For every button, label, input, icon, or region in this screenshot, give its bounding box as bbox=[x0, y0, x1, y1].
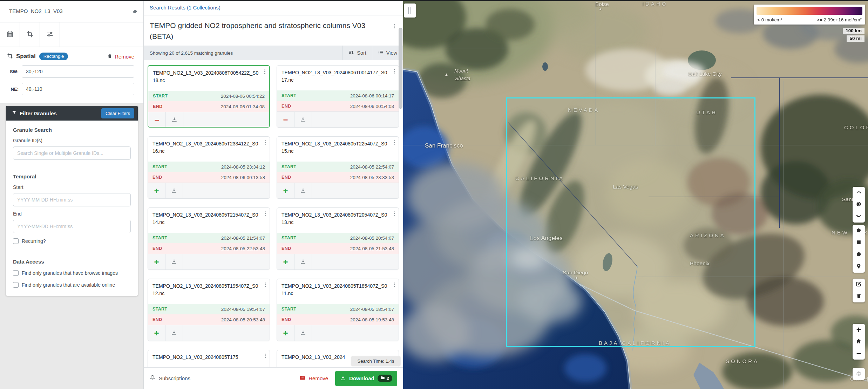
delete-shape-button[interactable] bbox=[853, 291, 865, 302]
zoom-in-button[interactable]: + bbox=[853, 324, 865, 336]
ne-coordinate-input[interactable] bbox=[22, 83, 134, 95]
geographic-projection-button[interactable] bbox=[853, 199, 865, 211]
granule-id-label: Granule ID(s) bbox=[13, 138, 131, 143]
temporal-end-label: End bbox=[13, 211, 131, 217]
draw-point-button[interactable] bbox=[853, 261, 865, 273]
trash-icon bbox=[107, 53, 113, 60]
draw-polygon-button[interactable] bbox=[853, 225, 865, 237]
data-access-section: Data Access Find only granules that have… bbox=[6, 252, 138, 296]
download-granule-button[interactable] bbox=[294, 112, 312, 128]
download-icon bbox=[340, 375, 346, 382]
search-sidebar: Spatial Rectangle Remove SW: NE: bbox=[0, 0, 144, 389]
collection-search-input[interactable] bbox=[9, 8, 131, 14]
download-granule-button[interactable] bbox=[294, 325, 312, 341]
globe-projection-icon bbox=[856, 201, 862, 208]
kebab-icon bbox=[391, 25, 397, 30]
advanced-search-button[interactable] bbox=[40, 22, 60, 47]
granule-menu-button[interactable] bbox=[391, 211, 397, 218]
clear-search-button[interactable] bbox=[131, 7, 138, 15]
draw-rectangle-button[interactable] bbox=[853, 237, 865, 249]
north-polar-projection-button[interactable] bbox=[853, 187, 865, 199]
granule-card[interactable]: TEMPO_NO2_L3_V03_20240805T185407Z_S011.n… bbox=[277, 279, 399, 341]
add-granule-button[interactable]: + bbox=[277, 183, 294, 199]
available-online-checkbox[interactable] bbox=[13, 282, 19, 288]
granule-menu-button[interactable] bbox=[391, 139, 397, 146]
download-granule-button[interactable] bbox=[294, 254, 312, 270]
filter-granules-title: Filter Granules bbox=[20, 110, 57, 116]
panel-resize-handle[interactable] bbox=[404, 4, 416, 18]
download-all-button[interactable]: Download 2 bbox=[335, 371, 397, 386]
add-granule-button[interactable]: + bbox=[148, 183, 165, 199]
draw-circle-button[interactable] bbox=[853, 249, 865, 261]
south-polar-projection-button[interactable] bbox=[853, 211, 865, 223]
crop-icon bbox=[7, 53, 13, 60]
granule-menu-button[interactable] bbox=[262, 282, 268, 289]
granule-card[interactable]: TEMPO_NO2_L3_V03_20240805T195407Z_S012.n… bbox=[148, 279, 270, 341]
collection-menu-button[interactable] bbox=[391, 23, 397, 30]
granule-id-input[interactable] bbox=[13, 146, 131, 160]
download-granule-button[interactable] bbox=[165, 183, 183, 199]
zoom-controls: + − bbox=[853, 324, 865, 360]
granule-card[interactable]: TEMPO_NO2_L3_V03_20240805T215407Z_S014.n… bbox=[148, 207, 270, 270]
recurring-checkbox[interactable] bbox=[13, 238, 19, 244]
download-granule-button[interactable] bbox=[166, 112, 183, 128]
add-granule-button[interactable]: + bbox=[277, 254, 294, 270]
spatial-selection-rectangle[interactable] bbox=[506, 97, 755, 347]
sort-icon bbox=[348, 50, 354, 56]
granule-menu-button[interactable] bbox=[262, 69, 268, 76]
spatial-filter-button[interactable] bbox=[20, 22, 40, 47]
download-granule-button[interactable] bbox=[294, 183, 312, 199]
edit-shape-button[interactable] bbox=[853, 279, 865, 291]
north-projection-icon bbox=[856, 189, 862, 196]
granule-menu-button[interactable] bbox=[262, 211, 268, 218]
folder-minus-icon bbox=[299, 375, 306, 382]
mountain-marker: ▲ bbox=[445, 72, 448, 76]
map-view[interactable]: Boise IDAHO ▲ Mount Shasta Salt Lake Cit… bbox=[403, 0, 868, 389]
filter-granules-header: Filter Granules Clear Filters bbox=[6, 106, 138, 121]
granule-menu-button[interactable] bbox=[262, 353, 268, 360]
granule-card[interactable]: TEMPO_NO2_L3_V03_20240805T175 bbox=[148, 350, 270, 367]
temporal-filter-button[interactable] bbox=[0, 22, 20, 47]
granule-card[interactable]: TEMPO_NO2_L3_V03_20240805T233412Z_S016.n… bbox=[148, 136, 270, 199]
subscriptions-button[interactable]: Subscriptions bbox=[149, 375, 190, 382]
search-results-link[interactable]: Search Results (1 Collections) bbox=[150, 5, 221, 11]
add-granule-button[interactable]: + bbox=[277, 325, 294, 341]
circle-draw-icon bbox=[856, 251, 862, 258]
download-granule-button[interactable] bbox=[165, 254, 183, 270]
collection-title-block: TEMPO gridded NO2 tropospheric and strat… bbox=[144, 15, 403, 46]
zoom-out-button[interactable]: − bbox=[853, 348, 865, 360]
granule-card[interactable]: TEMPO_NO2_L3_V03_20240805T205407Z_S013.n… bbox=[277, 207, 399, 270]
sw-coordinate-input[interactable] bbox=[22, 65, 134, 78]
city-dot bbox=[599, 8, 601, 10]
temporal-end-input[interactable] bbox=[13, 220, 131, 233]
kebab-icon bbox=[391, 212, 397, 218]
remove-granule-button[interactable]: − bbox=[277, 112, 294, 128]
granule-card[interactable]: TEMPO_NO2_L3_V03_20240806T001417Z_S017.n… bbox=[277, 65, 399, 128]
granule-menu-button[interactable] bbox=[391, 68, 397, 75]
granule-card[interactable]: TEMPO_NO2_L3_V03_20240805T225407Z_S015.n… bbox=[277, 136, 399, 199]
remove-project-button[interactable]: Remove bbox=[299, 375, 328, 382]
funnel-icon bbox=[12, 110, 17, 117]
granule-card[interactable]: TEMPO_NO2_L3_V03_20240806T005422Z_S018.n… bbox=[148, 65, 270, 128]
add-granule-button[interactable]: + bbox=[148, 254, 165, 270]
granule-menu-button[interactable] bbox=[262, 139, 268, 146]
spatial-heading: Spatial bbox=[16, 53, 36, 60]
start-time: 2024-08-06 00:54:22 bbox=[221, 94, 265, 99]
layers-button[interactable] bbox=[853, 368, 865, 380]
add-granule-button[interactable]: + bbox=[148, 325, 165, 341]
granule-list-scrollbar[interactable] bbox=[399, 28, 402, 109]
download-granule-button[interactable] bbox=[165, 325, 183, 341]
clear-filters-button[interactable]: Clear Filters bbox=[101, 108, 134, 118]
temporal-start-input[interactable] bbox=[13, 193, 131, 206]
remove-spatial-button[interactable]: Remove bbox=[107, 53, 134, 60]
granule-menu-button[interactable] bbox=[391, 282, 397, 289]
sort-button[interactable]: Sort bbox=[343, 46, 372, 60]
remove-granule-button[interactable]: − bbox=[148, 112, 166, 128]
ne-label: NE: bbox=[7, 87, 22, 92]
point-draw-icon bbox=[856, 263, 862, 270]
browse-images-checkbox[interactable] bbox=[13, 270, 19, 276]
zoom-home-button[interactable] bbox=[853, 336, 865, 348]
results-header: Search Results (1 Collections) bbox=[144, 0, 403, 15]
download-icon bbox=[300, 259, 306, 266]
view-button[interactable]: View bbox=[372, 46, 403, 60]
